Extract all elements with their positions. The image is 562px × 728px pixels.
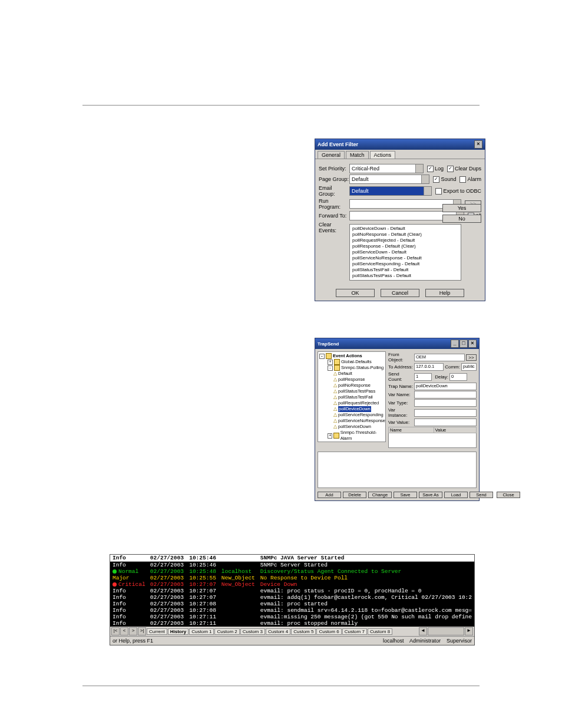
- toaddress-input[interactable]: 127.0.0.1: [414, 363, 444, 371]
- emailgroup-combo[interactable]: Default: [349, 186, 432, 196]
- log-row[interactable]: Normal02/27/200310:25:48localhostDiscove…: [110, 568, 474, 575]
- horizontal-scrollbar[interactable]: [428, 627, 464, 635]
- tree-item[interactable]: △ pollServiceNoResponse: [319, 418, 384, 424]
- sound-checkbox[interactable]: ✓: [433, 176, 439, 183]
- nav-last-button[interactable]: >|: [138, 627, 146, 635]
- maximize-icon[interactable]: □: [459, 340, 468, 348]
- cancel-button[interactable]: Cancel: [381, 289, 419, 297]
- nav-prev-button[interactable]: <: [120, 627, 128, 635]
- pagegroup-label: Page Group:: [319, 176, 349, 182]
- cleardups-checkbox[interactable]: ✓: [447, 166, 454, 172]
- log-row[interactable]: Info02/27/200310:27:08evmail: proc start…: [110, 601, 474, 607]
- status-host: localhost: [383, 638, 404, 644]
- change-button[interactable]: Change: [368, 492, 392, 498]
- log-row[interactable]: Info02/27/200310:25:46SNMPc Server Start…: [110, 562, 474, 569]
- community-input[interactable]: public: [461, 363, 477, 371]
- forwardto-label: Forward To:: [319, 213, 349, 219]
- add-button[interactable]: Add: [318, 492, 341, 498]
- no-button[interactable]: No: [442, 215, 481, 223]
- tab-general[interactable]: General: [318, 151, 345, 159]
- clearevents-label: Clear Events:: [319, 222, 349, 233]
- tree-item[interactable]: - Snmpc-Status-Polling: [319, 365, 384, 371]
- tree-item[interactable]: △ pollStatusTestFail: [319, 394, 384, 400]
- close-icon[interactable]: ×: [474, 140, 482, 149]
- tree-item[interactable]: △ pollServiceDown: [319, 424, 384, 430]
- log-tab[interactable]: Custom 3: [240, 628, 265, 635]
- tree-item[interactable]: △ pollDeviceDown: [319, 406, 384, 412]
- log-checkbox[interactable]: ✓: [427, 166, 434, 172]
- fromobject-browse-button[interactable]: >>: [466, 354, 477, 361]
- close-icon[interactable]: ×: [468, 340, 477, 348]
- log-row[interactable]: Major02/27/200310:25:55New_ObjectNo Resp…: [110, 575, 474, 581]
- tab-actions[interactable]: Actions: [370, 151, 396, 159]
- log-tab[interactable]: Custom 7: [342, 628, 367, 635]
- log-tab[interactable]: Custom 8: [368, 628, 392, 635]
- log-table: Info02/27/200310:25:46SNMPc JAVA Server …: [110, 555, 474, 627]
- clearevents-list[interactable]: pollDeviceDown - Default pollNoResponse …: [349, 224, 461, 281]
- log-tab[interactable]: History: [168, 628, 189, 635]
- fromobject-input[interactable]: OEM: [414, 354, 465, 361]
- varinstance-input[interactable]: [414, 409, 477, 417]
- minimize-icon[interactable]: _: [451, 340, 459, 348]
- runprogram-label: Run Program:: [319, 198, 349, 210]
- variable-table: NameValue: [388, 427, 477, 448]
- sendcount-input[interactable]: 1: [414, 373, 432, 381]
- load-button[interactable]: Load: [444, 492, 468, 498]
- delay-input[interactable]: 0: [449, 373, 467, 381]
- scroll-right-button[interactable]: ►: [465, 627, 473, 635]
- saveas-button[interactable]: Save As: [419, 492, 442, 498]
- log-row[interactable]: Info02/27/200310:27:08evmail: sendmail s…: [110, 607, 474, 614]
- close-button[interactable]: Close: [497, 492, 520, 498]
- tabs: General Match Actions: [315, 150, 485, 159]
- trapname-input[interactable]: pollDeviceDown: [414, 383, 477, 390]
- ok-button[interactable]: OK: [336, 289, 375, 297]
- tree-item[interactable]: △ pollStatusTestPass: [319, 388, 384, 394]
- event-tree[interactable]: - Event Actions+ Global-Defaults- Snmpc-…: [318, 351, 386, 442]
- dialog-title: Add Event Filter: [318, 141, 358, 147]
- log-row[interactable]: Info02/27/200310:27:11evmail:missing 250…: [110, 614, 474, 620]
- tree-item[interactable]: + Global-Defaults: [319, 359, 384, 365]
- delete-button[interactable]: Delete: [343, 492, 366, 498]
- dialog-title: TrapSend: [318, 341, 339, 347]
- log-tab[interactable]: Custom 4: [266, 628, 290, 635]
- log-row[interactable]: Info02/27/200310:27:11evmail: proc stopp…: [110, 620, 474, 627]
- log-tab[interactable]: Custom 5: [291, 628, 316, 635]
- tree-item[interactable]: △ pollRequestRejected: [319, 400, 384, 406]
- nav-first-button[interactable]: |<: [111, 627, 120, 635]
- log-tab[interactable]: Custom 1: [189, 628, 214, 635]
- tree-item[interactable]: + Snmpc-Threshold-Alarm: [319, 430, 384, 442]
- log-row[interactable]: Info02/27/200310:27:07evmail: addq(1) fo…: [110, 594, 474, 601]
- log-tab[interactable]: Custom 2: [214, 628, 239, 635]
- varvalue-input[interactable]: [414, 419, 477, 426]
- tree-item[interactable]: △ Default: [319, 371, 384, 377]
- send-button[interactable]: Send: [470, 492, 493, 498]
- tab-match[interactable]: Match: [346, 151, 369, 159]
- emailgroup-label: Email Group:: [319, 185, 349, 197]
- status-user: Administrator: [409, 638, 441, 644]
- setpriority-combo[interactable]: Critical-Red: [349, 164, 424, 173]
- yes-button[interactable]: Yes: [442, 204, 481, 212]
- alarm-checkbox[interactable]: [459, 176, 466, 183]
- pagegroup-combo[interactable]: Default: [349, 174, 429, 184]
- tree-item[interactable]: △ pollServiceResponding: [319, 412, 384, 418]
- vartype-input[interactable]: [414, 399, 477, 407]
- setpriority-label: Set Priority:: [319, 166, 349, 172]
- log-tab[interactable]: Custom 6: [316, 628, 341, 635]
- tree-item[interactable]: △ pollNoResponse: [319, 383, 384, 388]
- log-panel: Info02/27/200310:25:46SNMPc JAVA Server …: [110, 554, 475, 645]
- log-tab[interactable]: Current: [147, 628, 167, 635]
- save-button[interactable]: Save: [394, 492, 417, 498]
- export-checkbox[interactable]: [435, 188, 442, 195]
- output-area: [318, 452, 477, 488]
- scroll-left-button[interactable]: ◄: [419, 627, 427, 635]
- status-help: or Help, press F1: [113, 638, 153, 644]
- tree-item[interactable]: △ pollResponse: [319, 377, 384, 383]
- log-row[interactable]: Info02/27/200310:27:07evmail: proc statu…: [110, 588, 474, 594]
- log-row[interactable]: Critical02/27/200310:27:07New_ObjectDevi…: [110, 581, 474, 588]
- tree-item[interactable]: + Snmpc-System-Info: [319, 442, 384, 442]
- nav-next-button[interactable]: >: [129, 627, 137, 635]
- help-button[interactable]: Help: [425, 289, 464, 297]
- status-role: Supervisor: [447, 638, 472, 644]
- varname-input[interactable]: [414, 391, 477, 398]
